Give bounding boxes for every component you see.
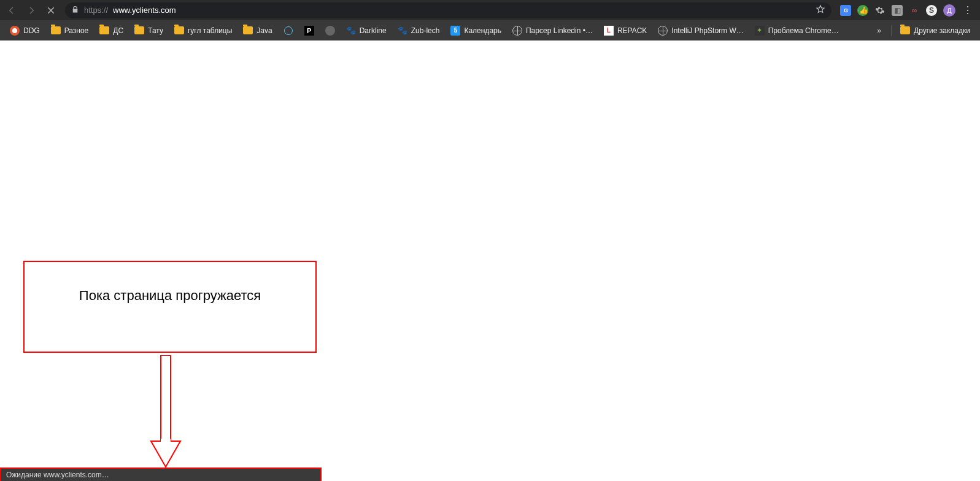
bookmark-item[interactable]: 🐾Zub-lech [393, 23, 445, 38]
grey-ball-icon [325, 26, 335, 36]
bookmark-item[interactable] [279, 23, 298, 38]
gear-extension-icon[interactable] [874, 5, 885, 16]
java-ring-icon [284, 26, 293, 36]
folder-icon [174, 26, 184, 36]
bookmark-label: Java [257, 26, 272, 35]
bookmark-label: ДС [113, 26, 123, 35]
folder-icon [134, 26, 144, 36]
svg-rect-0 [161, 355, 171, 441]
grey-extension-icon[interactable]: ◧ [892, 5, 903, 16]
bookmark-item[interactable] [320, 23, 340, 38]
back-button[interactable] [4, 2, 20, 18]
green-extension-icon[interactable]: 👍 [857, 5, 868, 16]
bookmark-item[interactable]: ✦Проблема Chrome… [750, 23, 844, 38]
bookmarks-overflow-button[interactable]: » [871, 26, 887, 35]
bookmarks-bar: DDGРазноеДСТатугугл таблицыJavaP🐾Darklin… [0, 20, 980, 40]
forward-button[interactable] [23, 2, 39, 18]
bookmark-label: DDG [23, 26, 40, 35]
lock-icon [71, 6, 79, 15]
other-bookmarks-button[interactable]: Другие закладки [895, 24, 975, 37]
bookmark-item[interactable]: 5Календарь [446, 23, 506, 38]
bookmark-label: Тату [148, 26, 163, 35]
annotation-box: Пока страница прогружается [23, 261, 317, 353]
bookmark-label: Darkline [360, 26, 387, 35]
bookmark-item[interactable]: P [299, 23, 319, 38]
bookmarks-divider [891, 25, 892, 36]
svg-marker-1 [151, 441, 180, 467]
folder-icon [900, 26, 910, 34]
bookmark-item[interactable]: гугл таблицы [169, 23, 237, 38]
bookmark-label: Zub-lech [411, 26, 440, 35]
bookmark-item[interactable]: DDG [5, 23, 45, 38]
globe-icon [658, 26, 668, 36]
folder-icon [51, 26, 61, 36]
bookmark-star-icon[interactable] [816, 4, 825, 16]
ddg-icon [10, 26, 20, 36]
bookmark-label: Парсер Linkedin •… [526, 26, 593, 35]
bookmark-item[interactable]: Парсер Linkedin •… [507, 23, 598, 38]
bookmark-item[interactable]: ДС [95, 23, 128, 38]
extension-icons: G 👍 ◧ ∞ S Д ⋮ [838, 4, 976, 17]
bookmark-item[interactable]: LREPACK [599, 23, 652, 38]
pixel-icon: ✦ [755, 26, 765, 36]
browser-menu-button[interactable]: ⋮ [962, 4, 974, 16]
bookmark-label: Проблема Chrome… [768, 26, 839, 35]
status-text: Ожидание www.yclients.com… [6, 471, 109, 479]
repack-icon: L [604, 26, 614, 36]
stop-button[interactable] [43, 2, 59, 18]
address-bar[interactable]: https://www.yclients.com [65, 2, 831, 18]
globe-icon [512, 26, 522, 36]
bookmark-label: гугл таблицы [188, 26, 232, 35]
bookmark-label: Разное [64, 26, 89, 35]
status-bar: Ожидание www.yclients.com… [0, 468, 322, 481]
bookmark-item[interactable]: 🐾Darkline [341, 23, 392, 38]
url-host: www.yclients.com [113, 6, 176, 15]
bookmark-label: Календарь [464, 26, 501, 35]
bookmark-item[interactable]: Разное [46, 23, 94, 38]
url-scheme: https:// [84, 6, 108, 15]
other-bookmarks-label: Другие закладки [914, 26, 970, 35]
bookmark-item[interactable]: IntelliJ PhpStorm W… [653, 23, 748, 38]
infinity-extension-icon[interactable]: ∞ [909, 5, 920, 16]
folder-icon [243, 26, 253, 36]
annotation-arrow-icon [147, 355, 184, 469]
bookmark-item[interactable]: Тату [129, 23, 168, 38]
bookmark-label: REPACK [617, 26, 647, 35]
annotation-text: Пока страница прогружается [79, 288, 261, 303]
calendar-icon: 5 [450, 26, 460, 36]
page-viewport: Пока страница прогружается Ожидание www.… [0, 40, 980, 481]
bookmark-item[interactable]: Java [238, 23, 277, 38]
skype-extension-icon[interactable]: S [926, 5, 937, 16]
svg-rect-2 [161, 439, 171, 444]
profile-avatar[interactable]: Д [943, 4, 955, 17]
paw-icon: 🐾 [398, 26, 407, 36]
translate-extension-icon[interactable]: G [840, 5, 851, 16]
bookmark-label: IntelliJ PhpStorm W… [671, 26, 743, 35]
browser-nav-bar: https://www.yclients.com G 👍 ◧ ∞ S Д ⋮ [0, 0, 980, 20]
folder-icon [99, 26, 109, 36]
paw-icon: 🐾 [346, 26, 356, 36]
black-p-icon: P [304, 26, 314, 36]
